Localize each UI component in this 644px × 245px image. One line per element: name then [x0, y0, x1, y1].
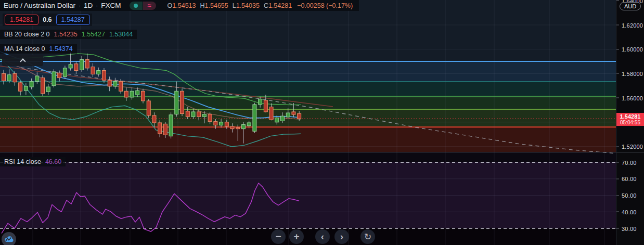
- price-axis-label: 1.60000: [616, 46, 644, 53]
- bb-indicator-row[interactable]: BB 20 close 2 0 1.54235 1.55427 1.53044: [0, 30, 137, 39]
- candle-up: [247, 123, 251, 126]
- candle-down: [208, 114, 212, 122]
- chart-window: Euro / Australian Dollar · 1D · FXCM ≈ O…: [0, 0, 644, 245]
- candle-down: [158, 123, 162, 134]
- reset-chart-button[interactable]: ↻: [360, 229, 375, 244]
- market-open-icon[interactable]: [130, 2, 143, 10]
- delayed-data-icon[interactable]: ≈: [143, 2, 156, 10]
- candle-up: [35, 76, 39, 82]
- trade-panel: 1.54281 0.6 1.54287: [3, 14, 92, 26]
- separator-dot: ·: [96, 2, 98, 9]
- ohlc-values: O1.54513 H1.54655 L1.54035 C1.54281 −0.0…: [168, 2, 353, 9]
- symbol-title[interactable]: Euro / Australian Dollar: [4, 2, 75, 9]
- bb-lower-value: 1.53044: [109, 31, 133, 38]
- buy-button[interactable]: 1.54287: [56, 15, 90, 25]
- candle-down: [124, 91, 128, 97]
- price-zone-band: [0, 96, 616, 109]
- rsi-axis-label: 60.00: [616, 175, 644, 182]
- candle-down: [41, 78, 45, 94]
- candle-up: [275, 118, 279, 122]
- rsi-axis-label: 50.00: [616, 192, 644, 199]
- exchange-label[interactable]: FXCM: [101, 2, 121, 9]
- candle-down: [181, 91, 184, 113]
- open-value: O1.54513: [168, 2, 196, 9]
- candle-up: [130, 91, 134, 97]
- rsi-axis-label: 30.00: [616, 225, 644, 232]
- candle-up: [202, 114, 206, 117]
- close-value: C1.54281: [264, 2, 292, 9]
- price-axis-label: 1.62000: [616, 22, 644, 29]
- candle-up: [281, 116, 285, 121]
- logo-button[interactable]: [2, 232, 16, 245]
- candle-down: [230, 126, 234, 129]
- candle-up: [7, 75, 11, 81]
- sell-button[interactable]: 1.54281: [5, 15, 38, 25]
- last-price: 1.54281: [620, 113, 641, 120]
- scroll-left-button[interactable]: ‹: [315, 229, 330, 244]
- price-axis-label: 1.56000: [616, 95, 644, 101]
- change-value: −0.00258 (−0.17%): [297, 2, 353, 9]
- scroll-right-button[interactable]: ›: [334, 229, 349, 244]
- rsi-value: 46.60: [45, 158, 61, 165]
- price-axis-label: 1.52000: [616, 143, 644, 150]
- candle-down: [225, 122, 228, 126]
- rsi-axis-label: 40.00: [616, 209, 644, 215]
- candle-down: [91, 67, 95, 74]
- ma-label[interactable]: MA 14 close 0: [4, 45, 45, 53]
- separator-dot: ·: [79, 2, 81, 9]
- candle-down: [108, 80, 111, 86]
- collapse-legend-button[interactable]: [2, 55, 43, 66]
- chevron-up-icon: [20, 58, 25, 64]
- bb-basis-value: 1.54235: [54, 31, 78, 38]
- candle-up: [175, 91, 178, 114]
- rsi-indicator-row[interactable]: RSI 14 close 46.60: [0, 157, 66, 166]
- bb-label[interactable]: BB 20 close 2 0: [4, 31, 50, 38]
- candle-up: [80, 60, 84, 70]
- price-zone-band: [0, 127, 616, 152]
- zoom-out-button[interactable]: −: [271, 229, 286, 244]
- candle-up: [97, 71, 100, 74]
- candle-up: [69, 65, 72, 68]
- candle-up: [241, 124, 245, 128]
- candle-down: [58, 73, 61, 78]
- candle-down: [214, 122, 217, 125]
- ma-indicator-row[interactable]: MA 14 close 0 1.54374: [0, 44, 77, 54]
- price-zone-band: [0, 109, 616, 127]
- pane-separator: [616, 152, 644, 152]
- candle-up: [63, 68, 67, 76]
- bar-countdown: 05:04:55: [620, 120, 640, 125]
- symbol-legend-row[interactable]: Euro / Australian Dollar · 1D · FXCM ≈ O…: [0, 0, 359, 11]
- zoom-in-button[interactable]: +: [289, 229, 304, 244]
- candle-down: [236, 127, 240, 128]
- price-axis[interactable]: 1.640001.620001.600001.580001.560001.520…: [616, 0, 644, 245]
- candle-down: [119, 82, 123, 92]
- candle-down: [163, 124, 167, 135]
- candle-up: [220, 122, 223, 125]
- ma-value: 1.54374: [49, 45, 73, 53]
- candle-up: [46, 87, 50, 92]
- last-price-badge: 1.54281 05:04:55: [616, 113, 644, 126]
- candle-up: [286, 113, 290, 117]
- candle-up: [113, 82, 117, 86]
- cloud-chart-logo-icon: [4, 236, 14, 243]
- candle-down: [19, 83, 22, 91]
- candle-down: [141, 91, 145, 101]
- currency-badge[interactable]: AUD: [620, 2, 641, 10]
- market-status-chips[interactable]: ≈: [130, 2, 156, 10]
- candle-down: [102, 71, 106, 81]
- candle-down: [74, 64, 78, 71]
- bb-upper-value: 1.55427: [82, 31, 105, 38]
- low-value: L1.54035: [233, 2, 260, 9]
- candle-up: [136, 91, 139, 95]
- interval-label[interactable]: 1D: [84, 2, 93, 9]
- candle-down: [264, 100, 267, 112]
- candle-down: [269, 107, 273, 120]
- candle-down: [152, 115, 156, 123]
- rsi-axis-label: 70.00: [616, 159, 644, 166]
- rsi-label[interactable]: RSI 14 close: [4, 158, 41, 165]
- candle-down: [292, 112, 295, 114]
- price-axis-label: 1.58000: [616, 70, 644, 77]
- spread-value: 0.6: [43, 16, 51, 23]
- candle-down: [197, 112, 201, 117]
- candle-down: [298, 113, 301, 119]
